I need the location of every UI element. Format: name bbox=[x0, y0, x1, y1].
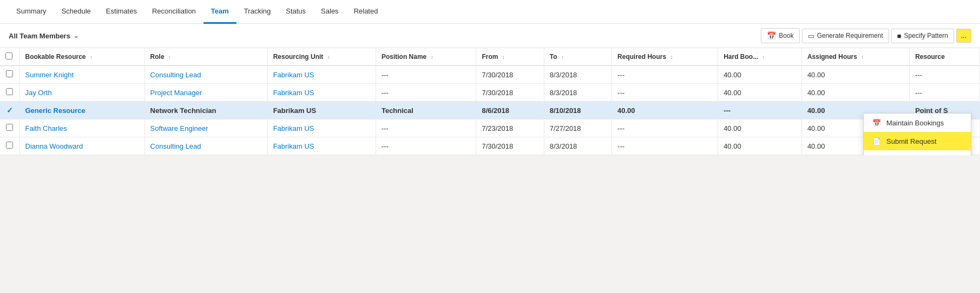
view-selector[interactable]: All Team Members ⌄ bbox=[9, 32, 78, 40]
resource-name[interactable]: Faith Charles bbox=[19, 119, 144, 137]
resource-role[interactable]: Consulting Lead bbox=[144, 66, 267, 84]
table-row: Summer Knight Consulting Lead Fabrikam U… bbox=[0, 66, 980, 84]
hard-boo: 40.00 bbox=[718, 137, 802, 155]
top-navigation: Summary Schedule Estimates Reconciliatio… bbox=[0, 0, 980, 24]
to-date: 8/3/2018 bbox=[544, 137, 611, 155]
specify-pattern-button[interactable]: ■ Specify Pattern bbox=[891, 29, 954, 43]
resource-role[interactable]: Consulting Lead bbox=[144, 137, 267, 155]
header-checkbox[interactable] bbox=[5, 52, 12, 59]
to-date: 8/3/2018 bbox=[544, 66, 611, 84]
calendar-icon: 📅 bbox=[872, 118, 881, 127]
table-row: ✓ Generic Resource Network Technician Fa… bbox=[0, 102, 980, 119]
calendar-icon: 📅 bbox=[767, 31, 776, 40]
col-required-hours[interactable]: Required Hours ↕ bbox=[612, 48, 718, 66]
to-date: 7/27/2018 bbox=[544, 119, 611, 137]
row-checkbox-cell[interactable] bbox=[0, 84, 19, 102]
row-checkbox[interactable] bbox=[6, 88, 13, 95]
menu-item-maintain-bookings[interactable]: 📅 Maintain Bookings bbox=[864, 114, 971, 132]
generate-icon: ▭ bbox=[808, 32, 814, 40]
resource-name[interactable]: Jay Orth bbox=[19, 84, 144, 102]
required-hours: --- bbox=[612, 84, 718, 102]
resource-role: Network Technician bbox=[144, 102, 267, 119]
resource-unit[interactable]: Fabrikam US bbox=[267, 119, 376, 137]
position-name: Technical bbox=[376, 102, 476, 119]
row-checkbox-cell[interactable] bbox=[0, 66, 19, 84]
resource-unit[interactable]: Fabrikam US bbox=[267, 66, 376, 84]
required-hours: 40.00 bbox=[612, 102, 718, 119]
col-bookable-resource[interactable]: Bookable Resource ↕ bbox=[19, 48, 144, 66]
required-hours: --- bbox=[612, 119, 718, 137]
tab-team[interactable]: Team bbox=[203, 0, 236, 24]
resource-name[interactable]: Summer Knight bbox=[19, 66, 144, 84]
select-all-checkbox[interactable] bbox=[0, 48, 19, 66]
col-from[interactable]: From ↕ bbox=[476, 48, 544, 66]
context-menu: 📅 Maintain Bookings 📄 Submit Request 📋 C… bbox=[863, 113, 971, 155]
chevron-down-icon: ⌄ bbox=[74, 32, 78, 39]
resource-role[interactable]: Project Manager bbox=[144, 84, 267, 102]
resource-role[interactable]: Software Engineer bbox=[144, 119, 267, 137]
more-options-button[interactable]: ... bbox=[956, 29, 971, 43]
from-date: 7/30/2018 bbox=[476, 66, 544, 84]
tab-schedule[interactable]: Schedule bbox=[54, 0, 98, 24]
toolbar: All Team Members ⌄ 📅 Book ▭ Generate Req… bbox=[0, 24, 980, 48]
main-content: All Team Members ⌄ 📅 Book ▭ Generate Req… bbox=[0, 24, 980, 155]
resource-status: --- bbox=[910, 66, 980, 84]
resource-unit[interactable]: Fabrikam US bbox=[267, 84, 376, 102]
table-icon: ■ bbox=[897, 32, 902, 40]
table-row: Dianna Woodward Consulting Lead Fabrikam… bbox=[0, 137, 980, 155]
col-to[interactable]: To ↕ bbox=[544, 48, 611, 66]
toolbar-right: 📅 Book ▭ Generate Requirement ■ Specify … bbox=[761, 28, 971, 43]
menu-item-submit-request[interactable]: 📄 Submit Request bbox=[864, 132, 971, 150]
resource-name[interactable]: Dianna Woodward bbox=[19, 137, 144, 155]
sort-icon: ↕ bbox=[327, 54, 330, 60]
toolbar-left: All Team Members ⌄ bbox=[9, 32, 78, 40]
sort-icon: ↕ bbox=[762, 54, 765, 60]
tab-reconciliation[interactable]: Reconciliation bbox=[144, 0, 203, 24]
resource-unit[interactable]: Fabrikam US bbox=[267, 137, 376, 155]
file-send-icon: 📄 bbox=[872, 137, 881, 145]
tab-status[interactable]: Status bbox=[278, 0, 313, 24]
col-assigned-hours[interactable]: Assigned Hours ↕ bbox=[801, 48, 909, 66]
from-date: 7/30/2018 bbox=[476, 137, 544, 155]
row-checkbox[interactable] bbox=[6, 142, 13, 149]
assigned-hours: 40.00 bbox=[801, 66, 909, 84]
hard-boo: 40.00 bbox=[718, 66, 802, 84]
menu-item-confirm[interactable]: 📋 Confirm bbox=[864, 150, 971, 155]
position-name: --- bbox=[376, 137, 476, 155]
sort-icon: ↕ bbox=[561, 54, 564, 60]
hard-boo: 40.00 bbox=[718, 84, 802, 102]
to-date: 8/3/2018 bbox=[544, 84, 611, 102]
col-resource[interactable]: Resource bbox=[910, 48, 980, 66]
checkmark-icon: ✓ bbox=[6, 106, 13, 115]
sort-icon: ↕ bbox=[502, 54, 505, 60]
tab-sales[interactable]: Sales bbox=[313, 0, 346, 24]
tab-tracking[interactable]: Tracking bbox=[236, 0, 278, 24]
book-button[interactable]: 📅 Book bbox=[761, 28, 799, 43]
resource-name[interactable]: Generic Resource bbox=[19, 102, 144, 119]
col-role[interactable]: Role ↕ bbox=[144, 48, 267, 66]
tab-related[interactable]: Related bbox=[346, 0, 386, 24]
generate-requirement-button[interactable]: ▭ Generate Requirement bbox=[802, 29, 889, 43]
sort-icon: ↕ bbox=[431, 54, 433, 60]
resource-status: --- bbox=[910, 84, 980, 102]
view-label: All Team Members bbox=[9, 32, 70, 40]
col-position-name[interactable]: Position Name ↕ bbox=[376, 48, 476, 66]
hard-boo: --- bbox=[718, 102, 802, 119]
required-hours: --- bbox=[612, 137, 718, 155]
tab-estimates[interactable]: Estimates bbox=[98, 0, 144, 24]
col-resourcing-unit[interactable]: Resourcing Unit ↕ bbox=[267, 48, 376, 66]
row-checkbox-cell[interactable] bbox=[0, 137, 19, 155]
row-checkbox-cell[interactable] bbox=[0, 119, 19, 137]
tab-summary[interactable]: Summary bbox=[9, 0, 54, 24]
from-date: 7/23/2018 bbox=[476, 119, 544, 137]
sort-icon: ↕ bbox=[168, 54, 171, 60]
position-name: --- bbox=[376, 119, 476, 137]
position-name: --- bbox=[376, 66, 476, 84]
sort-icon: ↕ bbox=[861, 54, 864, 60]
team-table: Bookable Resource ↕ Role ↕ Resourcing Un… bbox=[0, 48, 980, 155]
row-checkbox[interactable] bbox=[6, 124, 13, 131]
col-hard-boo[interactable]: Hard Boo... ↕ bbox=[718, 48, 802, 66]
table-row: Faith Charles Software Engineer Fabrikam… bbox=[0, 119, 980, 137]
row-checkbox-cell[interactable]: ✓ bbox=[0, 102, 19, 119]
row-checkbox[interactable] bbox=[6, 70, 13, 77]
